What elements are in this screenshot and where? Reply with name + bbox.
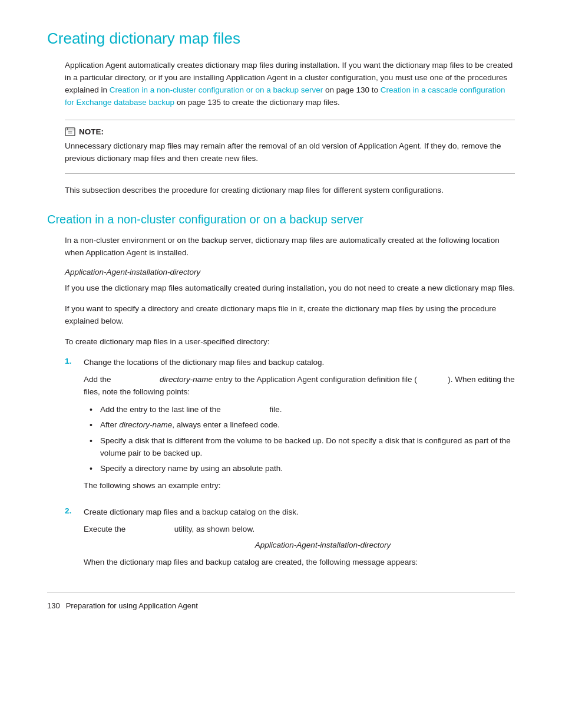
note-label: NOTE: — [65, 127, 515, 137]
step2-para-after: When the dictionary map files and backup… — [84, 556, 515, 569]
note-text: Unnecessary dictionary map files may rem… — [65, 140, 515, 165]
svg-rect-0 — [65, 128, 75, 136]
step2-intro: Create dictionary map files and a backup… — [84, 508, 299, 516]
step1-sub-para: Add the directory-name entry to the Appl… — [84, 374, 515, 398]
bullet-1: Add the entry to the last line of the fi… — [90, 403, 515, 416]
step1-num: 1. — [65, 357, 77, 497]
section2-para1: In a non-cluster environment or on the b… — [65, 235, 515, 259]
note-icon — [65, 127, 75, 137]
step2-sub-para: Execute the utility, as shown below. — [84, 523, 515, 536]
step-2: 2. Create dictionary map files and a bac… — [65, 506, 515, 569]
page-content: Creating dictionary map files Applicatio… — [0, 0, 562, 645]
section2-para3: If you want to specify a directory and c… — [65, 303, 515, 328]
note-box: NOTE: Unnecessary dictionary map files m… — [65, 120, 515, 174]
page-title: Creating dictionary map files — [47, 29, 515, 48]
bullet-3: Specify a disk that is different from th… — [90, 434, 515, 460]
link-non-cluster[interactable]: Creation in a non-cluster configuration … — [110, 85, 323, 94]
step1-example-label: The following shows an example entry: — [84, 480, 515, 492]
step1-content: Change the locations of the dictionary m… — [84, 357, 515, 497]
footer-text: Preparation for using Application Agent — [66, 601, 198, 610]
footer: 130 Preparation for using Application Ag… — [47, 601, 515, 610]
bullet-4: Specify a directory name by using an abs… — [90, 462, 515, 475]
section2-italic1: Application-Agent-installation-directory — [65, 268, 515, 276]
step2-italic: Application-Agent-installation-directory — [131, 539, 515, 552]
section2-title: Creation in a non-cluster configuration … — [47, 213, 515, 226]
step1-dirname: directory-name — [160, 375, 213, 384]
section2-para4: To create dictionary map files in a user… — [65, 336, 515, 348]
section2-para2: If you use the dictionary map files auto… — [65, 282, 515, 295]
subsection-intro: This subsection describes the procedure … — [65, 185, 515, 197]
bullet-1-text: Add the entry to the last line of the fi… — [100, 403, 282, 416]
intro-text-after-link2: on page 135 to create the dictionary map… — [174, 98, 340, 107]
step2-content: Create dictionary map files and a backup… — [84, 506, 515, 569]
step-1: 1. Change the locations of the dictionar… — [65, 357, 515, 497]
steps-list: 1. Change the locations of the dictionar… — [65, 357, 515, 569]
bullet-2: After directory-name, always enter a lin… — [90, 419, 515, 431]
intro-paragraph: Application Agent automatically creates … — [65, 60, 515, 109]
bullet-2-text: After directory-name, always enter a lin… — [100, 419, 280, 431]
bullet-3-text: Specify a disk that is different from th… — [100, 434, 515, 460]
footer-separator — [47, 592, 515, 593]
step2-num: 2. — [65, 506, 77, 569]
footer-page-num: 130 — [47, 601, 60, 610]
step1-intro: Change the locations of the dictionary m… — [84, 358, 324, 367]
bullet-4-text: Specify a directory name by using an abs… — [100, 462, 283, 475]
step1-bullets: Add the entry to the last line of the fi… — [90, 403, 515, 475]
note-label-text: NOTE: — [79, 127, 104, 136]
intro-text-between-links: on page 130 to — [323, 85, 381, 94]
